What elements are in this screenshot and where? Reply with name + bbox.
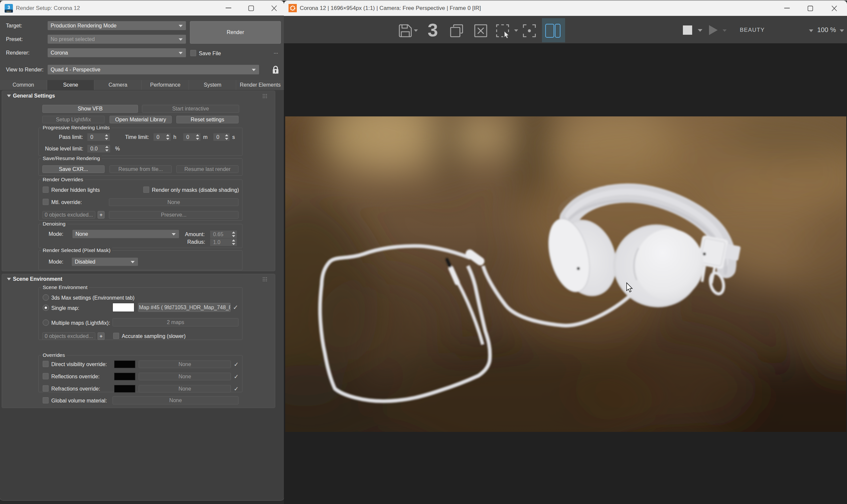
svg-text:MAX: MAX: [6, 10, 11, 13]
svg-text:3: 3: [7, 5, 10, 10]
